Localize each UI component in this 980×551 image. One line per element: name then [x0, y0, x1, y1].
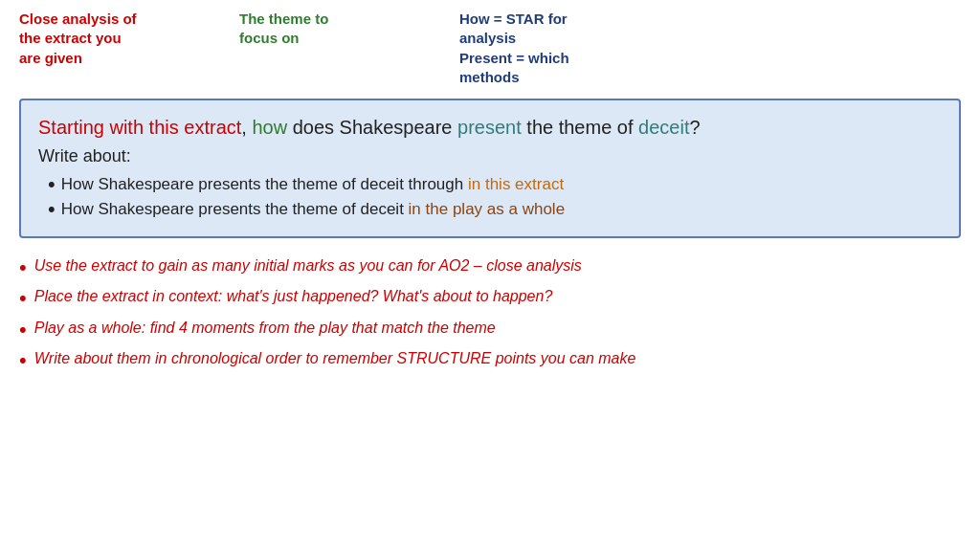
- tip-dot-1: •: [19, 255, 27, 280]
- write-about-label: Write about:: [38, 146, 942, 166]
- tip-dot-4: •: [19, 348, 27, 373]
- header-col3-text: How = STAR for analysis Present = which …: [459, 10, 961, 87]
- q-how: how: [252, 117, 287, 138]
- header-section: Close analysis of the extract you are gi…: [19, 10, 961, 87]
- tip-dot-3: •: [19, 318, 27, 342]
- tip-dot-2: •: [19, 286, 27, 311]
- header-col1-text: Close analysis of the extract you are gi…: [19, 10, 230, 68]
- q-comma: ,: [241, 117, 252, 138]
- header-col-1: Close analysis of the extract you are gi…: [19, 10, 230, 68]
- bullet-item-2: • How Shakespeare presents the theme of …: [48, 197, 942, 222]
- q-theme: the theme of: [522, 117, 638, 138]
- q-mark: ?: [689, 117, 700, 138]
- tip-text-1: Use the extract to gain as many initial …: [34, 255, 582, 276]
- question-box: Starting with this extract, how does Sha…: [19, 99, 961, 238]
- bullet-dot-1: •: [48, 172, 56, 197]
- bullet-dot-2: •: [48, 197, 56, 222]
- tip-item-3: • Play as a whole: find 4 moments from t…: [19, 318, 961, 342]
- bullet2-colored: in the play as a whole: [409, 200, 566, 218]
- tip-item-1: • Use the extract to gain as many initia…: [19, 255, 961, 280]
- header-col2-text: The theme to focus on: [239, 10, 402, 49]
- tip-item-4: • Write about them in chronological orde…: [19, 348, 961, 373]
- tip-text-3: Play as a whole: find 4 moments from the…: [34, 318, 496, 339]
- q-does: does Shakespeare: [287, 117, 457, 138]
- q-extract: Starting with this extract: [38, 117, 241, 138]
- bullet-item-1: • How Shakespeare presents the theme of …: [48, 172, 942, 197]
- q-present: present: [457, 117, 522, 138]
- tip-item-2: • Place the extract in context: what's j…: [19, 286, 961, 311]
- question-line: Starting with this extract, how does Sha…: [38, 114, 942, 141]
- bullet2-text: How Shakespeare presents the theme of de…: [61, 197, 565, 222]
- header-col-3: How = STAR for analysis Present = which …: [402, 10, 961, 87]
- tips-section: • Use the extract to gain as many initia…: [19, 255, 961, 374]
- header-col-2: The theme to focus on: [230, 10, 402, 49]
- bullet1-colored: in this extract: [468, 175, 564, 193]
- tip-text-4: Write about them in chronological order …: [34, 348, 636, 369]
- bullet1-text: How Shakespeare presents the theme of de…: [61, 172, 564, 197]
- tip-text-2: Place the extract in context: what's jus…: [34, 286, 553, 307]
- q-deceit: deceit: [638, 117, 689, 138]
